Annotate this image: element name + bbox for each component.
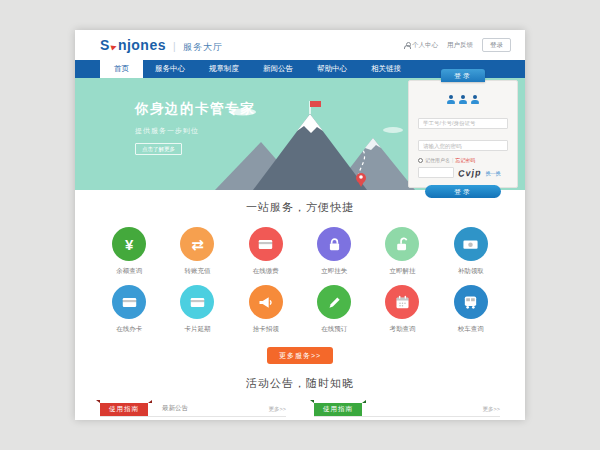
tab-usage-guide-left[interactable]: 使用指南	[100, 403, 148, 416]
login-tab[interactable]: 登录	[441, 69, 485, 82]
yen-icon: ¥	[112, 227, 146, 261]
lock-open-icon	[385, 227, 419, 261]
personal-center-link[interactable]: 个人中心	[404, 41, 438, 50]
hero-cta-button[interactable]: 点击了解更多	[135, 143, 182, 155]
nav-item-service-center[interactable]: 服务中心	[143, 60, 197, 78]
page: S▸njones | 服务大厅 个人中心 用户反馈 登录 首页 服务中心 规章制…	[75, 30, 525, 420]
top-header: S▸njones | 服务大厅 个人中心 用户反馈 登录	[75, 30, 525, 60]
logo-text: njones	[118, 37, 166, 53]
captcha-input[interactable]	[418, 167, 454, 178]
service-school-bus-query[interactable]: 校车查询	[437, 285, 505, 334]
bus-icon	[454, 285, 488, 319]
mountain-illustration	[215, 90, 415, 190]
announcements-left-column: 使用指南 最新公告 更多>>	[100, 401, 286, 417]
services-title: 一站服务，方便快捷	[75, 200, 525, 215]
nav-item-home[interactable]: 首页	[100, 60, 143, 78]
card-icon	[249, 227, 283, 261]
calendar-icon	[385, 285, 419, 319]
person-icon	[404, 42, 410, 49]
transfer-icon: ⇄	[180, 227, 214, 261]
nav-item-news[interactable]: 新闻公告	[251, 60, 305, 78]
service-balance-query[interactable]: ¥ 余额查询	[95, 227, 163, 276]
banknote-icon	[454, 227, 488, 261]
more-services-button[interactable]: 更多服务>>	[267, 347, 333, 364]
service-online-payment[interactable]: 在线缴费	[232, 227, 300, 276]
pencil-icon	[317, 285, 351, 319]
header-login-button[interactable]: 登录	[482, 38, 511, 52]
announcements-right-column: 使用指南 更多>>	[314, 401, 500, 417]
more-link-right[interactable]: 更多>>	[483, 406, 500, 416]
service-transfer-recharge[interactable]: ⇄ 转账充值	[163, 227, 231, 276]
captcha-image[interactable]: Cvjp	[458, 167, 482, 179]
nav-item-links[interactable]: 相关链接	[359, 60, 413, 78]
service-attendance-query[interactable]: 考勤查询	[368, 285, 436, 334]
logo-text: S	[100, 37, 110, 53]
password-input[interactable]	[418, 140, 508, 151]
announcements-section: 活动公告，随时知晓 使用指南 最新公告 更多>> 使用指南 更多>>	[75, 376, 525, 417]
captcha-refresh-link[interactable]: 换一换	[486, 170, 501, 176]
tab-latest-announcements[interactable]: 最新公告	[162, 404, 188, 416]
account-input[interactable]	[418, 118, 508, 129]
services-section: 一站服务，方便快捷 ¥ 余额查询 ⇄ 转账充值 在线缴费 立即挂失	[75, 190, 525, 376]
service-found-card-claim[interactable]: 拾卡招领	[232, 285, 300, 334]
forgot-password-link[interactable]: 忘记密码	[455, 157, 475, 163]
service-subsidy-collect[interactable]: 补助领取	[437, 227, 505, 276]
card-icon	[112, 285, 146, 319]
nav-item-rules[interactable]: 规章制度	[197, 60, 251, 78]
lock-closed-icon	[317, 227, 351, 261]
hero-banner: 你身边的卡管专家 提供服务一步到位 点击了解更多 登录	[75, 78, 525, 190]
more-link-left[interactable]: 更多>>	[269, 406, 286, 416]
service-card-extension[interactable]: 卡片延期	[163, 285, 231, 334]
nav-item-help-center[interactable]: 帮助中心	[305, 60, 359, 78]
login-panel: 登录 记住用户名 | 忘记密码 Cvjp 换一换 登录	[408, 80, 518, 188]
login-submit-button[interactable]: 登录	[425, 185, 501, 198]
synjones-logo[interactable]: S▸njones | 服务大厅	[100, 37, 223, 54]
card-icon	[180, 285, 214, 319]
service-online-booking[interactable]: 在线预订	[300, 285, 368, 334]
feedback-link[interactable]: 用户反馈	[447, 41, 473, 50]
logo-divider: |	[173, 41, 176, 52]
service-cancel-loss[interactable]: 立即解挂	[368, 227, 436, 276]
service-report-loss[interactable]: 立即挂失	[300, 227, 368, 276]
tab-usage-guide-right[interactable]: 使用指南	[314, 403, 362, 416]
site-name: 服务大厅	[183, 41, 223, 54]
service-online-card-apply[interactable]: 在线办卡	[95, 285, 163, 334]
megaphone-icon	[249, 285, 283, 319]
announcements-title: 活动公告，随时知晓	[75, 376, 525, 391]
remember-checkbox[interactable]	[418, 158, 423, 163]
users-icon	[418, 95, 508, 104]
remember-label: 记住用户名	[425, 157, 450, 163]
